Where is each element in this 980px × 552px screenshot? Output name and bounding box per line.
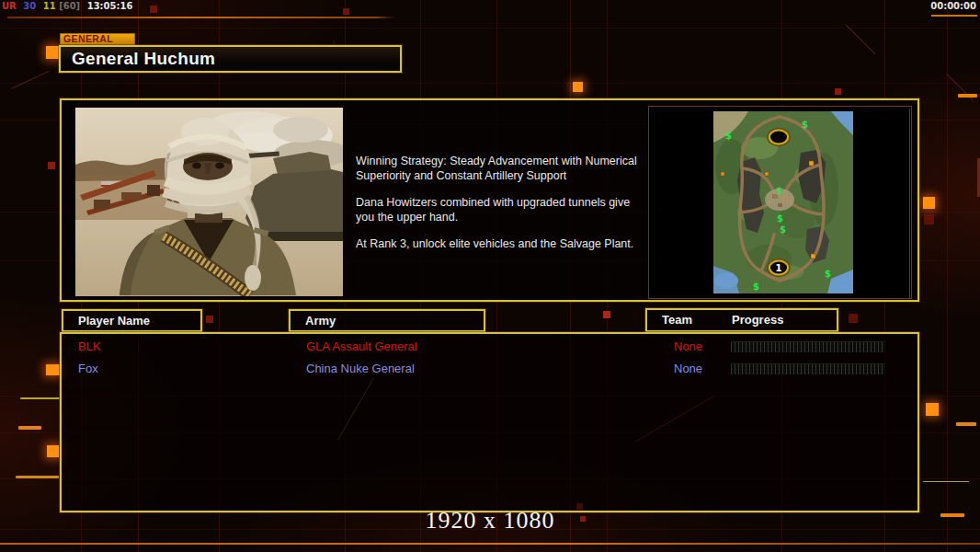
player-row: Fox China Nuke General None bbox=[62, 362, 917, 380]
column-label: Progress bbox=[732, 310, 783, 329]
svg-text:$: $ bbox=[825, 269, 831, 279]
svg-text:$: $ bbox=[777, 213, 783, 224]
general-info-panel: Winning Strategy: Steady Advancement wit… bbox=[60, 98, 919, 302]
svg-text:$: $ bbox=[776, 186, 782, 196]
general-portrait bbox=[75, 108, 343, 296]
resolution-label: 1920 x 1080 bbox=[0, 507, 980, 535]
node-square-decoration bbox=[849, 314, 858, 323]
circuit-diagonal bbox=[634, 396, 714, 443]
svg-text:1: 1 bbox=[776, 263, 782, 273]
player-army: China Nuke General bbox=[306, 362, 415, 376]
general-title-box: General Huchum bbox=[59, 45, 402, 73]
column-header-army: Army bbox=[289, 309, 485, 332]
elapsed-timer: 00:00:00 bbox=[930, 1, 976, 11]
svg-text:$: $ bbox=[753, 282, 759, 292]
minimap-panel: $ $ $ $ $ $ $ bbox=[648, 106, 912, 299]
column-header-team-progress: Team Progress bbox=[645, 308, 838, 332]
player-team: None bbox=[674, 362, 702, 376]
progress-bar bbox=[731, 341, 885, 353]
strategy-line: Winning Strategy: Steady Advancement wit… bbox=[356, 154, 648, 183]
circuit-line bbox=[0, 543, 980, 545]
node-square-decoration bbox=[150, 6, 157, 13]
glow-square-decoration bbox=[46, 46, 59, 59]
circuit-dash bbox=[923, 481, 969, 482]
minimap: $ $ $ $ $ $ $ bbox=[713, 111, 853, 293]
strategy-line: At Rank 3, unlock elite vehicles and the… bbox=[356, 236, 648, 251]
start-position-marker-1: 1 bbox=[768, 259, 790, 277]
node-square-decoration bbox=[206, 316, 213, 323]
status-clock: 13:05:16 bbox=[87, 1, 133, 11]
grid-line bbox=[0, 83, 980, 84]
status-segment: 11 bbox=[43, 1, 56, 11]
column-header-player-name: Player Name bbox=[62, 309, 202, 332]
player-name: BLK bbox=[78, 339, 101, 354]
svg-text:$: $ bbox=[780, 224, 786, 235]
circuit-dash bbox=[20, 397, 60, 399]
circuit-line bbox=[7, 17, 395, 18]
players-list-panel: BLK GLA Assault General None Fox China N… bbox=[60, 332, 919, 512]
strategy-briefing: Winning Strategy: Steady Advancement wit… bbox=[356, 154, 648, 263]
grid-line bbox=[0, 28, 980, 29]
column-label: Player Name bbox=[78, 311, 150, 330]
player-team: None bbox=[674, 339, 702, 354]
player-army: GLA Assault General bbox=[306, 339, 417, 354]
general-tab-label: GENERAL bbox=[60, 33, 135, 45]
minimap-edge-line bbox=[909, 109, 910, 298]
svg-text:$: $ bbox=[725, 131, 732, 141]
glow-square-decoration bbox=[923, 197, 935, 209]
player-name: Fox bbox=[78, 362, 98, 376]
glow-square-decoration bbox=[47, 445, 59, 457]
column-label: Army bbox=[305, 311, 336, 330]
circuit-dash bbox=[956, 422, 976, 426]
status-segment: [60] bbox=[59, 1, 80, 11]
column-label: Team bbox=[662, 310, 692, 329]
circuit-dash bbox=[18, 426, 41, 430]
status-segment: 30 bbox=[23, 1, 36, 11]
strategy-line: Dana Howitzers combined with upgraded tu… bbox=[356, 195, 648, 224]
player-row: BLK GLA Assault General None bbox=[62, 339, 917, 358]
general-portrait-image bbox=[75, 108, 343, 296]
svg-text:$: $ bbox=[802, 120, 808, 130]
loading-screen: UR 30 11 [60] 13:05:16 00:00:00 GENERAL … bbox=[0, 0, 980, 552]
status-segment: UR bbox=[2, 1, 17, 11]
circuit-dash bbox=[16, 476, 59, 478]
circuit-diagonal bbox=[337, 377, 374, 440]
circuit-line bbox=[931, 15, 977, 17]
glow-square-decoration bbox=[926, 403, 939, 416]
node-square-decoration bbox=[835, 88, 841, 95]
debug-status-text: UR 30 11 [60] 13:05:16 bbox=[2, 1, 136, 11]
start-position-marker-top bbox=[768, 129, 790, 146]
general-name: General Huchum bbox=[61, 47, 400, 71]
node-square-decoration bbox=[924, 214, 934, 224]
glow-square-decoration bbox=[573, 82, 583, 92]
node-square-decoration bbox=[603, 311, 610, 318]
circuit-dash bbox=[958, 94, 977, 98]
progress-bar bbox=[731, 363, 885, 375]
glow-square-decoration bbox=[46, 364, 60, 375]
node-square-decoration bbox=[48, 162, 55, 169]
node-square-decoration bbox=[343, 8, 349, 15]
